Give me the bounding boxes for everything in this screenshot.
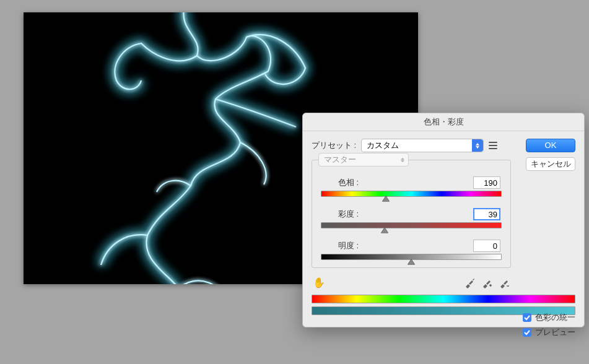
eyedropper-plus-icon[interactable] [481, 277, 492, 288]
cancel-button[interactable]: キャンセル [526, 157, 575, 171]
hue-row: 色相 : [318, 176, 504, 197]
hue-saturation-dialog: 色相・彩度 プリセット : カスタム OK キャンセル マスター 色相 : [302, 113, 585, 327]
lightness-row: 明度 : [318, 240, 504, 260]
saturation-slider[interactable] [321, 222, 502, 228]
hue-input[interactable] [473, 176, 500, 189]
preview-label: プレビュー [535, 327, 575, 338]
hue-label: 色相 : [338, 177, 359, 188]
saturation-label: 彩度 : [338, 209, 359, 220]
ok-button[interactable]: OK [526, 139, 575, 152]
lightness-input[interactable] [473, 240, 500, 252]
saturation-row: 彩度 : [318, 208, 504, 228]
channel-dropdown: マスター [318, 153, 409, 167]
preset-label: プリセット : [312, 140, 356, 151]
input-spectrum-bar [312, 295, 575, 303]
adjust-fieldset: マスター 色相 : 彩度 : [312, 160, 511, 268]
preset-value: カスタム [367, 140, 399, 151]
lightness-thumb[interactable] [408, 259, 415, 265]
lightness-label: 明度 : [338, 240, 359, 251]
checkbox-checked-icon [523, 313, 531, 322]
hue-slider[interactable] [321, 191, 502, 197]
dialog-title: 色相・彩度 [303, 113, 584, 131]
channel-label: マスター [324, 154, 356, 165]
dropdown-arrows-icon [401, 158, 404, 162]
checkbox-checked-icon [523, 328, 531, 337]
preview-checkbox-row[interactable]: プレビュー [523, 327, 575, 338]
dropdown-arrows-icon [472, 139, 483, 152]
scrubby-hand-icon[interactable]: ✋ [313, 277, 325, 288]
colorize-label: 色彩の統一 [535, 312, 575, 323]
lightness-slider[interactable] [321, 254, 502, 260]
eyedropper-minus-icon[interactable] [499, 277, 510, 288]
saturation-thumb[interactable] [381, 228, 388, 233]
eyedropper-icon[interactable] [464, 277, 475, 288]
saturation-input[interactable] [473, 208, 500, 220]
hue-thumb[interactable] [382, 196, 390, 202]
colorize-checkbox-row[interactable]: 色彩の統一 [523, 312, 575, 323]
preset-menu-icon[interactable] [489, 140, 501, 151]
preset-dropdown[interactable]: カスタム [361, 139, 484, 152]
